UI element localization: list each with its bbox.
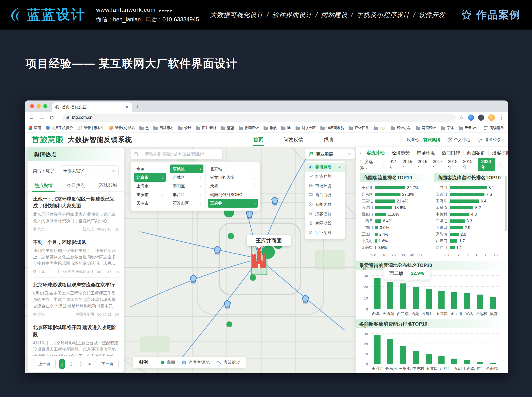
year-option[interactable]: 014年 <box>389 159 399 170</box>
browser-menu-icon[interactable]: ⋮ <box>499 115 504 120</box>
news-item[interactable]: 不到一个月，环球影城见我们的主题乐园不仅差在主题上，还差在运营上，这是蓝裕文化主… <box>33 235 119 278</box>
region-item[interactable]: 天津市› <box>134 199 166 208</box>
reload-icon[interactable] <box>49 115 54 120</box>
layer-dropdown-button[interactable]: 商业图层 <box>305 149 355 159</box>
reading-list-button[interactable]: 阅读清单 <box>484 126 504 130</box>
page-number[interactable]: 3 <box>78 359 83 369</box>
news-item[interactable]: 王他一：北京环球度假区一期建设已完成，很快能和大家见面北京环球度假区是国家重大产… <box>33 192 119 235</box>
map-search-box[interactable] <box>131 149 222 159</box>
layer-item[interactable]: 市场环境 <box>305 181 345 191</box>
analytics-tab[interactable]: 热门口碑 <box>438 150 464 156</box>
year-option[interactable]: 2020年 <box>478 158 495 171</box>
region-item[interactable]: 天桥› <box>208 182 258 190</box>
tabs-scroll-left-icon[interactable]: ‹ <box>358 150 363 156</box>
region-item[interactable]: 东城区› <box>170 165 203 173</box>
region-item[interactable]: 全国 <box>134 165 166 173</box>
sentiment-tab[interactable]: 环球影城 <box>92 180 124 191</box>
bookmark-item[interactable]: 太原手机报价 <box>46 126 73 130</box>
bookmark-item[interactable]: 插画设计 <box>239 126 259 130</box>
bookmark-item[interactable]: UI界面欣赏 <box>320 126 344 130</box>
keyword-select[interactable]: 全部关键字 <box>60 165 119 176</box>
region-item[interactable]: 王府井› <box>208 199 258 208</box>
layer-item[interactable]: 潜客挖掘 <box>305 209 345 219</box>
bookmark-item[interactable]: 设计小站 <box>391 126 411 130</box>
analytics-tab[interactable]: 客流脉动 <box>363 150 388 156</box>
browser-tab[interactable]: 首页-首旅集团 × <box>52 102 132 112</box>
region-item[interactable]: 北京站› <box>208 165 258 173</box>
origin-marker[interactable] <box>224 300 231 310</box>
bookmark-item[interactable]: kit <box>281 126 291 130</box>
origin-marker[interactable] <box>302 295 309 304</box>
analytics-tab[interactable]: 经济趋势 <box>388 150 413 156</box>
layer-item[interactable]: 经济趋势 <box>305 172 345 181</box>
layer-item[interactable]: 商圈客群 <box>305 200 345 209</box>
bookmark-item[interactable]: 登录 | 素材牛 <box>78 126 104 130</box>
year-prev-icon[interactable]: ‹ <box>381 162 385 167</box>
bookmark-item[interactable]: 蓝蓝 <box>221 126 234 130</box>
year-option[interactable]: 2015年 <box>403 159 414 170</box>
region-item[interactable]: 朝阳门银河SOHO› <box>208 190 258 199</box>
analytics-tab[interactable]: 市场环境 <box>413 150 438 156</box>
bookmark-item[interactable]: 图片素材 <box>196 126 216 130</box>
region-item[interactable]: 崇文门外大街› <box>208 173 258 182</box>
bookmark-item[interactable]: 设计团队 <box>349 126 369 130</box>
region-item[interactable]: 丰台区› <box>170 190 203 199</box>
analytics-tab[interactable]: 商圈客群 <box>464 150 489 156</box>
minimize-window-button[interactable] <box>37 104 41 108</box>
year-next-icon[interactable]: › <box>499 162 504 167</box>
bookmark-item[interactable]: 网页设计 <box>416 126 436 130</box>
close-window-button[interactable] <box>30 104 34 108</box>
page-number[interactable]: 1 <box>59 359 65 369</box>
prev-page-button[interactable]: 上一页 <box>33 359 56 369</box>
bookmark-item[interactable]: 字体 <box>441 126 454 130</box>
page-number[interactable]: 4 <box>87 359 92 369</box>
analytics-tab[interactable]: 潜客挖掘 <box>489 150 508 156</box>
bookmark-item[interactable]: 设计 <box>178 126 191 130</box>
account-name[interactable]: 首旅集团 <box>423 137 440 142</box>
bookmark-star-icon[interactable]: ☆ <box>459 114 464 121</box>
nav-item-问效反馈[interactable]: 问效反馈 <box>283 133 304 147</box>
nav-item-帮助[interactable]: 帮助 <box>323 133 334 147</box>
region-item[interactable]: 重庆市› <box>134 190 166 199</box>
layer-item[interactable]: 热门口碑 <box>305 191 345 200</box>
sentiment-tab[interactable]: 今日热点 <box>60 180 92 191</box>
bookmark-item[interactable]: 图标素材 <box>153 126 174 130</box>
region-item[interactable]: 北京市› <box>134 173 166 182</box>
region-item[interactable]: 上海市› <box>134 182 166 190</box>
bookmark-item[interactable]: 天天向上 <box>459 126 474 130</box>
origin-marker[interactable] <box>190 275 197 284</box>
window-controls[interactable] <box>25 100 52 112</box>
bookmark-item[interactable]: logo <box>374 126 386 130</box>
profile-avatar[interactable] <box>488 114 495 121</box>
search-input[interactable] <box>144 151 219 157</box>
extension-icon[interactable] <box>478 115 484 121</box>
next-page-button[interactable]: 下一页 <box>96 359 119 369</box>
region-item[interactable]: 石景山区› <box>170 199 203 208</box>
extension-icon[interactable] <box>468 115 474 121</box>
scrollbar[interactable] <box>505 176 507 231</box>
region-item[interactable]: 朝阳区› <box>170 182 203 190</box>
sentiment-tab[interactable]: 热点舆情 <box>28 180 60 191</box>
back-icon[interactable]: ← <box>29 114 34 121</box>
origin-markers[interactable] <box>190 197 309 310</box>
bookmarks-overflow-icon[interactable]: » <box>474 125 477 131</box>
layer-item[interactable]: 商圈动线 <box>305 219 345 228</box>
profile-center-button[interactable]: 个人中心 <box>448 137 471 143</box>
logout-button[interactable]: 退出登录 <box>478 137 501 143</box>
address-bar[interactable]: btg.com.cn <box>62 114 456 122</box>
tab-close-icon[interactable]: × <box>125 105 129 110</box>
news-item[interactable]: 北京环球影城即将开园 建设进入收尾阶段4月10日，北京环球影城主题公园及一些配套… <box>33 320 119 356</box>
nav-item-首页[interactable]: 首页 <box>253 133 264 147</box>
year-option[interactable]: 2019年 <box>463 159 474 170</box>
layer-item[interactable]: 客流脉动✓ <box>305 163 345 172</box>
page-number[interactable]: 2 <box>68 359 74 369</box>
year-option[interactable]: 2018年 <box>448 159 459 170</box>
year-option[interactable]: 2016年 <box>418 159 429 170</box>
bookmark-item[interactable]: 导航 <box>264 126 277 130</box>
region-item[interactable]: 西城区› <box>170 173 203 182</box>
bookmark-item[interactable]: 划水专区 <box>296 126 316 130</box>
maximize-window-button[interactable] <box>43 104 47 108</box>
bookmark-item[interactable]: 应用 <box>29 126 41 130</box>
bookmark-item[interactable]: 登录QQ邮箱 <box>109 126 135 130</box>
news-item[interactable]: 北京环球影城项目观摩交流会在京举行6月14日,由中国土木工程学会总工程师工作委员… <box>33 278 119 320</box>
